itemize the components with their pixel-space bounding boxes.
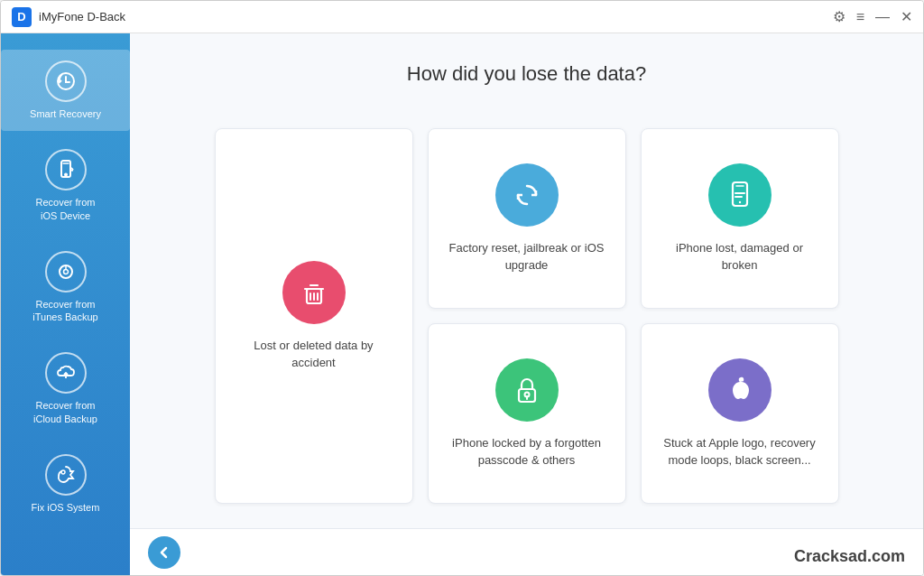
iphone-lost-icon (708, 163, 772, 227)
app-title: iMyFone D-Back (39, 10, 833, 23)
itunes-backup-icon (45, 251, 87, 293)
card-label-factory-reset: Factory reset, jailbreak or iOS upgrade (447, 239, 607, 274)
card-label-iphone-lost: iPhone lost, damaged or broken (660, 239, 820, 274)
content-area: How did you lose the data? (130, 33, 923, 575)
fix-ios-icon (45, 454, 87, 496)
page-heading: How did you lose the data? (130, 62, 923, 86)
card-label-lost-deleted: Lost or deleted data by accident (234, 337, 394, 372)
card-label-stuck-apple: Stuck at Apple logo, recovery mode loops… (660, 434, 820, 469)
sidebar-label-itunes-backup: Recover fromiTunes Backup (32, 298, 97, 324)
svg-point-4 (63, 269, 68, 274)
sidebar: Smart Recovery Recover fromiOS Device (1, 33, 130, 575)
sidebar-label-smart-recovery: Smart Recovery (30, 107, 101, 120)
window-controls: ⚙ ≡ — ✕ (833, 8, 912, 25)
trash-icon (282, 261, 346, 324)
sidebar-item-itunes-backup[interactable]: Recover fromiTunes Backup (1, 240, 130, 335)
card-factory-reset[interactable]: Factory reset, jailbreak or iOS upgrade (428, 128, 626, 309)
sidebar-label-ios-device: Recover fromiOS Device (35, 196, 95, 222)
settings-icon[interactable]: ⚙ (833, 8, 845, 25)
sidebar-label-fix-ios: Fix iOS System (32, 501, 100, 514)
smart-recovery-icon (45, 60, 87, 102)
sidebar-item-fix-ios[interactable]: Fix iOS System (1, 443, 130, 525)
svg-point-2 (65, 174, 67, 176)
content-header: How did you lose the data? (130, 33, 923, 104)
menu-icon[interactable]: ≡ (856, 9, 864, 25)
factory-reset-icon (495, 163, 559, 227)
svg-point-15 (738, 200, 740, 202)
sidebar-item-smart-recovery[interactable]: Smart Recovery (1, 50, 130, 131)
sidebar-item-ios-device[interactable]: Recover fromiOS Device (1, 138, 130, 233)
card-label-iphone-locked: iPhone locked by a forgotten passcode & … (447, 434, 607, 469)
apple-logo-icon (708, 358, 772, 422)
close-icon[interactable]: ✕ (901, 8, 912, 25)
ios-device-icon (45, 149, 87, 190)
svg-point-7 (61, 470, 65, 474)
cards-container: Lost or deleted data by accident (130, 104, 923, 528)
card-stuck-apple[interactable]: Stuck at Apple logo, recovery mode loops… (641, 323, 839, 504)
sidebar-label-icloud-backup: Recover fromiCloud Backup (33, 399, 97, 425)
card-iphone-lost[interactable]: iPhone lost, damaged or broken (641, 128, 839, 309)
sidebar-item-icloud-backup[interactable]: Recover fromiCloud Backup (1, 341, 130, 436)
main-layout: Smart Recovery Recover fromiOS Device (1, 33, 923, 575)
card-iphone-locked[interactable]: iPhone locked by a forgotten passcode & … (428, 323, 626, 504)
card-lost-deleted[interactable]: Lost or deleted data by accident (215, 128, 413, 504)
app-logo: D (12, 7, 32, 27)
cards-grid: Lost or deleted data by accident (215, 128, 839, 504)
lock-icon (495, 358, 559, 422)
titlebar: D iMyFone D-Back ⚙ ≡ — ✕ (1, 1, 923, 33)
minimize-icon[interactable]: — (875, 9, 890, 25)
watermark: Cracksad.com (794, 547, 905, 566)
icloud-backup-icon (45, 352, 87, 394)
back-button[interactable] (148, 536, 180, 569)
